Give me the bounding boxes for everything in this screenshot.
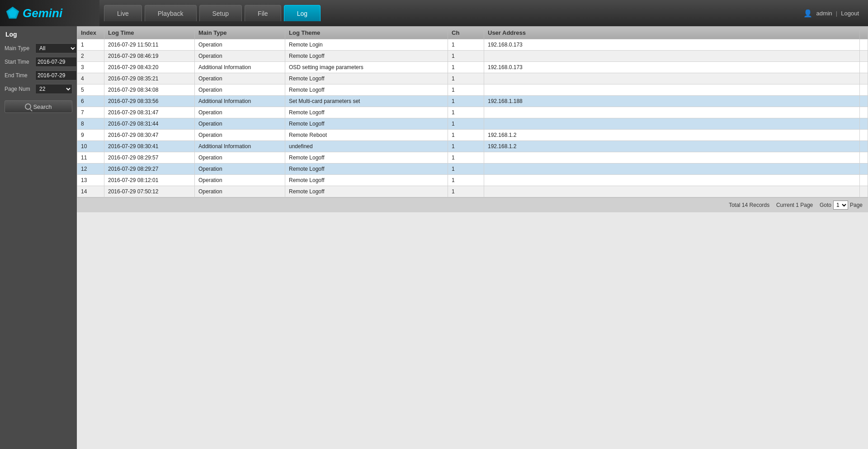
cell-user_address	[484, 152, 860, 164]
cell-index: 11	[77, 152, 104, 164]
cell-log_time: 2016-07-29 07:50:12	[104, 186, 195, 197]
scrollbar-cell	[860, 62, 868, 73]
cell-log_time: 2016-07-29 08:43:20	[104, 62, 195, 73]
main-content: Log Main Type All Operation Additional I…	[0, 26, 868, 449]
cell-main_type: Operation	[195, 118, 285, 130]
table-row[interactable]: 12016-07-29 11:50:11OperationRemote Logi…	[77, 39, 868, 51]
search-icon	[25, 103, 31, 110]
scrollbar-cell	[860, 175, 868, 186]
cell-main_type: Operation	[195, 84, 285, 96]
scrollbar-cell	[860, 130, 868, 141]
tab-log[interactable]: Log	[284, 5, 321, 21]
tab-file[interactable]: File	[245, 5, 281, 21]
cell-index: 8	[77, 118, 104, 130]
table-row[interactable]: 62016-07-29 08:33:56Additional Informati…	[77, 96, 868, 107]
cell-log_theme: Remote Logoff	[285, 51, 448, 62]
cell-user_address: 192.168.0.173	[484, 62, 860, 73]
table-row[interactable]: 92016-07-29 08:30:47OperationRemote Rebo…	[77, 130, 868, 141]
cell-main_type: Additional Information	[195, 96, 285, 107]
start-time-input[interactable]	[35, 57, 77, 67]
cell-main_type: Operation	[195, 51, 285, 62]
main-type-select[interactable]: All Operation Additional Information	[35, 43, 77, 53]
cell-log_theme: Remote Reboot	[285, 130, 448, 141]
cell-index: 4	[77, 73, 104, 84]
start-time-label: Start Time	[5, 59, 35, 65]
cell-ch: 1	[448, 84, 484, 96]
cell-user_address	[484, 51, 860, 62]
cell-log_time: 2016-07-29 08:29:27	[104, 164, 195, 175]
cell-log_time: 2016-07-29 08:35:21	[104, 73, 195, 84]
cell-main_type: Operation	[195, 186, 285, 197]
table-row[interactable]: 22016-07-29 08:46:19OperationRemote Logo…	[77, 51, 868, 62]
cell-index: 14	[77, 186, 104, 197]
cell-user_address	[484, 107, 860, 118]
cell-main_type: Additional Information	[195, 62, 285, 73]
cell-log_theme: Set Multi-card parameters set	[285, 96, 448, 107]
cell-log_theme: OSD setting image parameters	[285, 62, 448, 73]
page-num-select[interactable]: 22 10 50	[35, 84, 72, 94]
cell-log_theme: Remote Logoff	[285, 164, 448, 175]
table-area: Index Log Time Main Type Log Theme Ch Us…	[77, 26, 868, 449]
tab-playback[interactable]: Playback	[145, 5, 197, 21]
start-time-row: Start Time	[5, 57, 72, 67]
cell-log_time: 2016-07-29 08:33:56	[104, 96, 195, 107]
col-header-maintype: Main Type	[195, 27, 285, 39]
log-table-body: 12016-07-29 11:50:11OperationRemote Logi…	[77, 39, 868, 197]
scrollbar-cell	[860, 73, 868, 84]
tab-live[interactable]: Live	[104, 5, 142, 21]
table-footer: Total 14 Records Current 1 Page Goto 1 P…	[77, 197, 868, 212]
sidebar-title: Log	[5, 31, 72, 38]
table-row[interactable]: 142016-07-29 07:50:12OperationRemote Log…	[77, 186, 868, 197]
cell-log_time: 2016-07-29 08:31:44	[104, 118, 195, 130]
cell-index: 1	[77, 39, 104, 51]
col-header-useraddress: User Address	[484, 27, 860, 39]
scrollbar-cell	[860, 164, 868, 175]
cell-ch: 1	[448, 118, 484, 130]
cell-log_theme: Remote Logoff	[285, 84, 448, 96]
table-row[interactable]: 32016-07-29 08:43:20Additional Informati…	[77, 62, 868, 73]
cell-log_theme: Remote Logoff	[285, 107, 448, 118]
cell-user_address: 192.168.0.173	[484, 39, 860, 51]
main-type-row: Main Type All Operation Additional Infor…	[5, 43, 72, 53]
current-page-text: Current 1 Page	[776, 202, 813, 208]
table-row[interactable]: 82016-07-29 08:31:44OperationRemote Logo…	[77, 118, 868, 130]
table-row[interactable]: 72016-07-29 08:31:47OperationRemote Logo…	[77, 107, 868, 118]
col-header-logtime: Log Time	[104, 27, 195, 39]
cell-ch: 1	[448, 73, 484, 84]
cell-log_time: 2016-07-29 08:29:57	[104, 152, 195, 164]
cell-ch: 1	[448, 152, 484, 164]
tab-setup[interactable]: Setup	[199, 5, 242, 21]
scrollbar-cell	[860, 118, 868, 130]
page-num-label: Page Num	[5, 86, 35, 92]
cell-index: 3	[77, 62, 104, 73]
table-row[interactable]: 102016-07-29 08:30:41Additional Informat…	[77, 141, 868, 152]
total-records: Total 14 Records	[729, 202, 769, 208]
cell-log_theme: Remote Logoff	[285, 186, 448, 197]
table-row[interactable]: 52016-07-29 08:34:08OperationRemote Logo…	[77, 84, 868, 96]
cell-ch: 1	[448, 175, 484, 186]
cell-ch: 1	[448, 107, 484, 118]
end-time-input[interactable]	[35, 70, 77, 80]
log-table: Index Log Time Main Type Log Theme Ch Us…	[77, 26, 868, 197]
search-button[interactable]: Search	[5, 100, 72, 113]
logout-link[interactable]: Logout	[841, 10, 859, 17]
cell-log_time: 2016-07-29 08:30:47	[104, 130, 195, 141]
cell-ch: 1	[448, 39, 484, 51]
cell-user_address	[484, 73, 860, 84]
table-header-row: Index Log Time Main Type Log Theme Ch Us…	[77, 27, 868, 39]
cell-user_address	[484, 84, 860, 96]
scrollbar-cell	[860, 186, 868, 197]
table-row[interactable]: 132016-07-29 08:12:01OperationRemote Log…	[77, 175, 868, 186]
scrollbar-cell	[860, 141, 868, 152]
cell-index: 2	[77, 51, 104, 62]
cell-ch: 1	[448, 62, 484, 73]
cell-index: 5	[77, 84, 104, 96]
table-row[interactable]: 42016-07-29 08:35:21OperationRemote Logo…	[77, 73, 868, 84]
cell-log_time: 2016-07-29 08:31:47	[104, 107, 195, 118]
scrollbar-header	[860, 27, 868, 39]
table-row[interactable]: 122016-07-29 08:29:27OperationRemote Log…	[77, 164, 868, 175]
cell-main_type: Operation	[195, 39, 285, 51]
page-goto-select[interactable]: 1	[833, 201, 848, 210]
cell-user_address: 192.168.1.2	[484, 141, 860, 152]
table-row[interactable]: 112016-07-29 08:29:57OperationRemote Log…	[77, 152, 868, 164]
